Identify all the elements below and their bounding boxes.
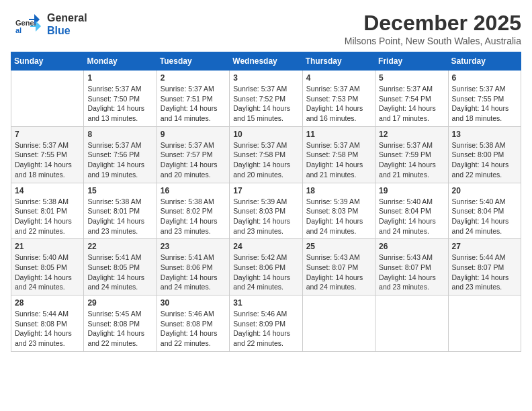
calendar-cell: 12Sunrise: 5:37 AMSunset: 7:59 PMDayligh…	[375, 126, 448, 183]
calendar-cell: 4Sunrise: 5:37 AMSunset: 7:53 PMDaylight…	[302, 71, 375, 127]
day-number: 8	[87, 130, 152, 139]
day-info: Sunrise: 5:38 AMSunset: 8:00 PMDaylight:…	[452, 140, 517, 180]
day-number: 27	[452, 242, 517, 251]
day-info: Sunrise: 5:39 AMSunset: 8:03 PMDaylight:…	[233, 197, 298, 236]
day-number: 9	[161, 130, 226, 139]
day-number: 21	[15, 242, 80, 251]
day-info: Sunrise: 5:37 AMSunset: 7:59 PMDaylight:…	[379, 140, 444, 180]
day-number: 18	[306, 186, 371, 195]
calendar-cell	[375, 295, 448, 352]
day-info: Sunrise: 5:37 AMSunset: 7:58 PMDaylight:…	[306, 140, 371, 180]
day-number: 6	[452, 73, 517, 83]
day-number: 15	[87, 186, 152, 195]
day-info: Sunrise: 5:37 AMSunset: 7:50 PMDaylight:…	[87, 84, 152, 124]
day-number: 12	[379, 130, 444, 139]
day-info: Sunrise: 5:43 AMSunset: 8:07 PMDaylight:…	[379, 253, 444, 292]
day-number: 30	[161, 298, 226, 308]
calendar-cell: 1Sunrise: 5:37 AMSunset: 7:50 PMDaylight…	[84, 71, 157, 127]
calendar-week-3: 14Sunrise: 5:38 AMSunset: 8:01 PMDayligh…	[11, 183, 521, 239]
day-info: Sunrise: 5:44 AMSunset: 8:08 PMDaylight:…	[15, 309, 80, 349]
calendar-cell: 14Sunrise: 5:38 AMSunset: 8:01 PMDayligh…	[11, 183, 84, 239]
logo-general: General	[47, 11, 87, 24]
calendar-cell: 18Sunrise: 5:39 AMSunset: 8:03 PMDayligh…	[302, 183, 375, 239]
calendar-header-sunday: Sunday	[11, 52, 84, 71]
calendar-cell: 6Sunrise: 5:37 AMSunset: 7:55 PMDaylight…	[448, 71, 521, 127]
day-info: Sunrise: 5:37 AMSunset: 7:55 PMDaylight:…	[15, 140, 80, 180]
svg-text:al: al	[15, 26, 21, 34]
calendar-cell: 25Sunrise: 5:43 AMSunset: 8:07 PMDayligh…	[302, 239, 375, 295]
day-info: Sunrise: 5:46 AMSunset: 8:09 PMDaylight:…	[233, 309, 298, 349]
day-number: 24	[233, 242, 298, 251]
calendar-cell: 3Sunrise: 5:37 AMSunset: 7:52 PMDaylight…	[230, 71, 302, 127]
day-info: Sunrise: 5:37 AMSunset: 7:56 PMDaylight:…	[87, 140, 152, 180]
day-info: Sunrise: 5:38 AMSunset: 8:01 PMDaylight:…	[15, 197, 80, 236]
day-info: Sunrise: 5:44 AMSunset: 8:07 PMDaylight:…	[452, 253, 517, 292]
day-info: Sunrise: 5:40 AMSunset: 8:05 PMDaylight:…	[15, 253, 80, 292]
day-number: 3	[233, 73, 298, 83]
calendar-cell: 16Sunrise: 5:38 AMSunset: 8:02 PMDayligh…	[157, 183, 229, 239]
day-info: Sunrise: 5:37 AMSunset: 7:54 PMDaylight:…	[379, 84, 444, 124]
day-number: 5	[379, 73, 444, 83]
calendar-header-friday: Friday	[375, 52, 448, 71]
day-number: 1	[87, 73, 152, 83]
day-info: Sunrise: 5:37 AMSunset: 7:51 PMDaylight:…	[161, 84, 226, 124]
day-info: Sunrise: 5:37 AMSunset: 7:53 PMDaylight:…	[306, 84, 371, 124]
month-title: December 2025	[345, 11, 521, 36]
day-info: Sunrise: 5:38 AMSunset: 8:01 PMDaylight:…	[87, 197, 152, 236]
day-info: Sunrise: 5:37 AMSunset: 7:57 PMDaylight:…	[161, 140, 226, 180]
page-header: Gener al General Blue December 2025 Mils…	[11, 11, 521, 46]
calendar-cell: 26Sunrise: 5:43 AMSunset: 8:07 PMDayligh…	[375, 239, 448, 295]
day-number: 4	[306, 73, 371, 83]
calendar-header-row: SundayMondayTuesdayWednesdayThursdayFrid…	[11, 52, 521, 71]
calendar-header-thursday: Thursday	[302, 52, 375, 71]
calendar-cell	[302, 295, 375, 352]
day-info: Sunrise: 5:41 AMSunset: 8:06 PMDaylight:…	[161, 253, 226, 292]
calendar-header-wednesday: Wednesday	[230, 52, 302, 71]
day-info: Sunrise: 5:40 AMSunset: 8:04 PMDaylight:…	[379, 197, 444, 236]
day-number: 2	[161, 73, 226, 83]
day-number: 22	[87, 242, 152, 251]
calendar-cell: 23Sunrise: 5:41 AMSunset: 8:06 PMDayligh…	[157, 239, 229, 295]
calendar-week-5: 28Sunrise: 5:44 AMSunset: 8:08 PMDayligh…	[11, 295, 521, 352]
day-info: Sunrise: 5:39 AMSunset: 8:03 PMDaylight:…	[306, 197, 371, 236]
day-info: Sunrise: 5:46 AMSunset: 8:08 PMDaylight:…	[161, 309, 226, 349]
day-number: 26	[379, 242, 444, 251]
calendar-cell: 28Sunrise: 5:44 AMSunset: 8:08 PMDayligh…	[11, 295, 84, 352]
calendar-week-4: 21Sunrise: 5:40 AMSunset: 8:05 PMDayligh…	[11, 239, 521, 295]
day-info: Sunrise: 5:41 AMSunset: 8:05 PMDaylight:…	[87, 253, 152, 292]
day-number: 31	[233, 298, 298, 308]
logo-icon: Gener al	[11, 11, 44, 38]
location-title: Milsons Point, New South Wales, Australi…	[345, 36, 521, 46]
day-info: Sunrise: 5:37 AMSunset: 7:52 PMDaylight:…	[233, 84, 298, 124]
day-number: 20	[452, 186, 517, 195]
calendar-cell: 19Sunrise: 5:40 AMSunset: 8:04 PMDayligh…	[375, 183, 448, 239]
calendar-cell: 29Sunrise: 5:45 AMSunset: 8:08 PMDayligh…	[84, 295, 157, 352]
day-number: 11	[306, 130, 371, 139]
day-number: 13	[452, 130, 517, 139]
day-info: Sunrise: 5:38 AMSunset: 8:02 PMDaylight:…	[161, 197, 226, 236]
day-number: 29	[87, 298, 152, 308]
calendar-cell: 31Sunrise: 5:46 AMSunset: 8:09 PMDayligh…	[230, 295, 302, 352]
calendar-cell	[11, 71, 84, 127]
day-info: Sunrise: 5:45 AMSunset: 8:08 PMDaylight:…	[87, 309, 152, 349]
calendar-cell: 21Sunrise: 5:40 AMSunset: 8:05 PMDayligh…	[11, 239, 84, 295]
day-number: 17	[233, 186, 298, 195]
calendar-cell: 30Sunrise: 5:46 AMSunset: 8:08 PMDayligh…	[157, 295, 229, 352]
day-number: 28	[15, 298, 80, 308]
title-area: December 2025 Milsons Point, New South W…	[345, 11, 521, 46]
calendar-cell: 20Sunrise: 5:40 AMSunset: 8:04 PMDayligh…	[448, 183, 521, 239]
calendar-cell: 2Sunrise: 5:37 AMSunset: 7:51 PMDaylight…	[157, 71, 229, 127]
day-number: 14	[15, 186, 80, 195]
calendar-cell: 17Sunrise: 5:39 AMSunset: 8:03 PMDayligh…	[230, 183, 302, 239]
day-number: 16	[161, 186, 226, 195]
calendar-cell: 9Sunrise: 5:37 AMSunset: 7:57 PMDaylight…	[157, 126, 229, 183]
day-number: 7	[15, 130, 80, 139]
calendar-cell: 13Sunrise: 5:38 AMSunset: 8:00 PMDayligh…	[448, 126, 521, 183]
calendar-cell	[448, 295, 521, 352]
calendar-cell: 15Sunrise: 5:38 AMSunset: 8:01 PMDayligh…	[84, 183, 157, 239]
day-info: Sunrise: 5:42 AMSunset: 8:06 PMDaylight:…	[233, 253, 298, 292]
day-number: 10	[233, 130, 298, 139]
calendar-cell: 24Sunrise: 5:42 AMSunset: 8:06 PMDayligh…	[230, 239, 302, 295]
logo: Gener al General Blue	[11, 11, 87, 38]
day-number: 25	[306, 242, 371, 251]
